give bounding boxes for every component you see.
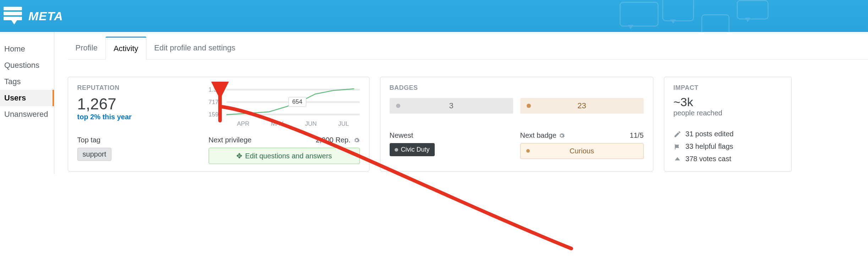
- chart-x-tick: MAY: [271, 120, 284, 127]
- decorative-bubbles: [620, 0, 868, 32]
- impact-card: IMPACT ~3k people reached 31 posts edite…: [664, 77, 792, 171]
- impact-votes-cast[interactable]: 378 votes cast: [674, 155, 782, 163]
- profile-tabs: Profile Activity Edit profile and settin…: [68, 36, 868, 60]
- impact-value: ~3k: [674, 95, 782, 109]
- next-privilege-label: Next privilege: [209, 136, 252, 144]
- edit-icon: ✥: [236, 152, 242, 160]
- pencil-icon: [674, 130, 681, 138]
- impact-sub: people reached: [674, 109, 782, 117]
- silver-count: 3: [449, 101, 453, 110]
- impact-posts-edited[interactable]: 31 posts edited: [674, 130, 782, 138]
- badges-title: BADGES: [390, 84, 644, 92]
- speech-stack-icon: [4, 7, 22, 25]
- impact-item-text: 31 posts edited: [686, 130, 734, 138]
- reputation-rank-link[interactable]: top 2% this year: [77, 113, 132, 121]
- sidebar-item-home[interactable]: Home: [0, 41, 54, 57]
- sidebar-item-tags[interactable]: Tags: [0, 73, 54, 90]
- impact-item-text: 33 helpful flags: [686, 142, 734, 151]
- top-banner: META: [0, 0, 868, 32]
- next-privilege-button[interactable]: ✥ Edit questions and answers: [209, 148, 360, 164]
- badges-card: BADGES 3 23 Newest: [380, 77, 653, 171]
- next-badge-label: Next badge: [520, 131, 556, 140]
- newest-label: Newest: [390, 131, 413, 140]
- chart-tooltip: 654: [289, 97, 306, 107]
- flag-icon: [674, 143, 681, 151]
- chart-y-tick: 717: [209, 99, 219, 106]
- next-privilege-rep: 2,000 Rep.: [316, 136, 351, 144]
- chart-x-tick: APR: [237, 120, 249, 127]
- reputation-title: REPUTATION: [77, 84, 209, 92]
- next-privilege-name: Edit questions and answers: [245, 152, 332, 160]
- gear-icon[interactable]: [353, 137, 360, 143]
- top-tag-label: Top tag: [77, 136, 209, 144]
- tab-edit-profile[interactable]: Edit profile and settings: [147, 37, 243, 59]
- impact-helpful-flags[interactable]: 33 helpful flags: [674, 142, 782, 151]
- reputation-value: 1,267: [77, 95, 209, 113]
- left-sidebar: Home Questions Tags Users Unanswered: [0, 32, 54, 174]
- site-logo[interactable]: META: [4, 7, 63, 25]
- impact-title: IMPACT: [674, 84, 782, 92]
- triangle-up-icon: [674, 155, 681, 163]
- reputation-card: REPUTATION 1,267 top 2% this year 1.3k 7…: [68, 77, 369, 171]
- sidebar-item-users[interactable]: Users: [0, 90, 54, 106]
- silver-badge-count[interactable]: 3: [390, 98, 513, 114]
- tab-profile[interactable]: Profile: [68, 37, 105, 59]
- badge-dot-icon: [395, 148, 398, 152]
- gear-icon[interactable]: [559, 132, 565, 139]
- bronze-dot-icon: [527, 104, 531, 108]
- badge-dot-icon: [526, 149, 530, 153]
- sidebar-item-unanswered[interactable]: Unanswered: [0, 106, 54, 122]
- chart-x-tick: JUN: [305, 120, 317, 127]
- chart-x-tick: JUL: [338, 120, 349, 127]
- next-badge[interactable]: Curious: [520, 143, 644, 159]
- tab-activity[interactable]: Activity: [105, 37, 147, 60]
- next-badge-progress: 11/5: [630, 131, 644, 140]
- next-badge-name: Curious: [570, 147, 594, 155]
- sidebar-item-questions[interactable]: Questions: [0, 57, 54, 73]
- brand-text: META: [28, 9, 63, 23]
- newest-badge-name: Civic Duty: [401, 146, 430, 153]
- newest-badge[interactable]: Civic Duty: [390, 143, 435, 156]
- top-tag-button[interactable]: support: [77, 148, 112, 161]
- bronze-count: 23: [577, 101, 586, 110]
- chart-y-tick: 1.3k: [209, 86, 220, 93]
- chart-y-tick: 159: [209, 111, 219, 118]
- silver-dot-icon: [396, 104, 400, 108]
- impact-item-text: 378 votes cast: [686, 155, 731, 163]
- reputation-chart: 1.3k 717 159 654 APR MAY JUN JUL: [209, 87, 360, 126]
- bronze-badge-count[interactable]: 23: [520, 98, 644, 114]
